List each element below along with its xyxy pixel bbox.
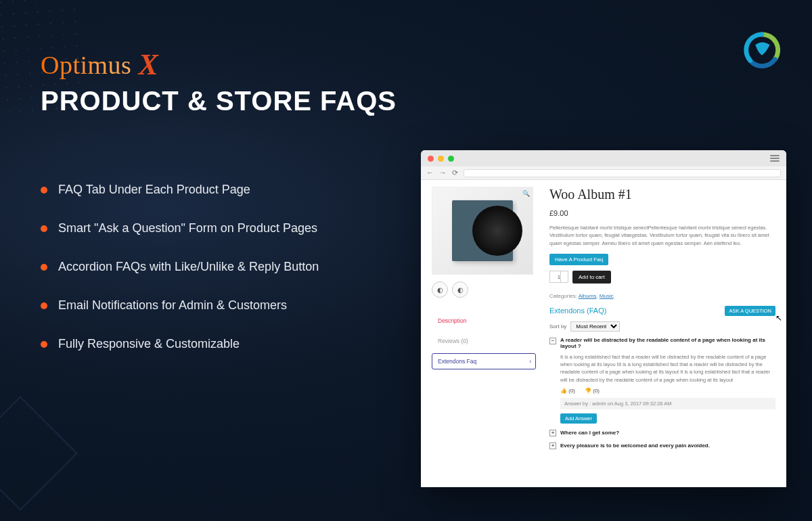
feature-item: Email Notifications for Admin & Customer… (41, 298, 406, 313)
brand-name: Optimus (41, 50, 131, 80)
decorative-diamond (0, 396, 78, 511)
header: Optimus X PRODUCT & STORE FAQS (41, 47, 397, 116)
tab-extendons-faq[interactable]: Extendons Faq (432, 353, 536, 369)
thumbnail[interactable]: ◐ (452, 281, 468, 298)
category-link[interactable]: Music (600, 293, 614, 299)
faq-question-row[interactable]: − A reader will be distracted by the rea… (549, 337, 775, 349)
category-link[interactable]: Albums (579, 293, 597, 299)
feature-list: FAQ Tab Under Each Product Page Smart "A… (41, 183, 406, 376)
faq-question: Every pleasure is to be welcomed and eve… (560, 443, 710, 449)
window-titlebar (421, 150, 786, 166)
feature-text: Accordion FAQs with Like/Unlike & Reply … (58, 260, 319, 274)
address-bar[interactable] (464, 169, 781, 177)
bullet-icon (41, 302, 47, 309)
menu-icon[interactable] (770, 155, 780, 162)
product-price: £9.00 (549, 209, 775, 217)
close-icon[interactable] (428, 156, 434, 162)
like-button[interactable]: 👍 (0) (560, 388, 575, 394)
cursor-icon: ↖ (775, 313, 782, 323)
quantity-stepper[interactable]: 1 (549, 271, 568, 283)
forward-icon[interactable]: → (439, 169, 447, 177)
dislike-count: (0) (593, 388, 600, 394)
company-badge-icon (742, 30, 782, 70)
faq-item-expanded: − A reader will be distracted by the rea… (549, 337, 775, 424)
have-faq-button[interactable]: Have A Product Faq (549, 254, 608, 265)
product-left-column: 🔍 ◐ ◐ Description Reviews (0) Extendons … (421, 180, 543, 487)
brand-suffix: X (138, 47, 158, 82)
cart-row: 1 Add to cart (549, 271, 775, 284)
reload-icon[interactable]: ⟳ (452, 169, 458, 177)
back-icon[interactable]: ← (426, 169, 434, 177)
product-title: Woo Album #1 (549, 187, 775, 202)
faq-item-collapsed[interactable]: + Where can I get some? (549, 429, 775, 436)
feature-text: Smart "Ask a Question" Form on Product P… (58, 221, 317, 235)
page-title: PRODUCT & STORE FAQS (41, 86, 397, 116)
zoom-icon[interactable]: 🔍 (522, 190, 530, 197)
add-answer-button[interactable]: Add Answer (560, 413, 597, 424)
maximize-icon[interactable] (448, 156, 454, 162)
expand-icon[interactable]: + (549, 430, 556, 436)
tab-description[interactable]: Description (432, 313, 536, 329)
feature-item: Fully Responsive & Customizable (41, 337, 406, 351)
faq-question: A reader will be distracted by the reada… (560, 337, 775, 349)
sort-select[interactable]: Most Recent (570, 321, 620, 332)
feature-item: Accordion FAQs with Like/Unlike & Reply … (41, 260, 406, 274)
album-artwork (452, 200, 513, 261)
feature-item: FAQ Tab Under Each Product Page (41, 183, 406, 197)
thumbnail-row: ◐ ◐ (432, 281, 536, 298)
ask-question-button[interactable]: ASK A QUESTION ↖ (725, 306, 775, 316)
faq-heading: Extendons (FAQ) (549, 307, 606, 315)
faq-answer: It is a long established fact that a rea… (560, 353, 775, 384)
browser-preview: ← → ⟳ 🔍 ◐ ◐ Description Reviews (0) Exte… (421, 150, 786, 487)
expand-icon[interactable]: + (549, 443, 556, 449)
page-content: 🔍 ◐ ◐ Description Reviews (0) Extendons … (421, 180, 786, 487)
bullet-icon (41, 264, 47, 271)
collapse-icon[interactable]: − (549, 338, 556, 344)
ask-question-label: ASK A QUESTION (729, 308, 771, 314)
minimize-icon[interactable] (438, 156, 444, 162)
faq-item-collapsed[interactable]: + Every pleasure is to be welcomed and e… (549, 442, 775, 449)
faq-heading-row: Extendons (FAQ) ASK A QUESTION ↖ (549, 306, 775, 316)
tab-reviews[interactable]: Reviews (0) (432, 333, 536, 349)
dislike-button[interactable]: 👎 (0) (585, 388, 600, 394)
like-count: (0) (568, 388, 575, 394)
sort-label: Sort by (549, 323, 566, 330)
product-right-column: Woo Album #1 £9.00 Pellentesque habitant… (543, 180, 786, 487)
add-to-cart-button[interactable]: Add to cart (572, 271, 611, 284)
traffic-lights (428, 156, 454, 162)
answer-meta: Answer by : admin on Aug 3, 2017 09:32:2… (560, 398, 775, 409)
feature-text: FAQ Tab Under Each Product Page (58, 183, 250, 197)
bullet-icon (41, 225, 47, 232)
bullet-icon (41, 187, 47, 194)
faq-question: Where can I get some? (560, 430, 619, 436)
feature-item: Smart "Ask a Question" Form on Product P… (41, 221, 406, 235)
feature-text: Email Notifications for Admin & Customer… (58, 298, 287, 313)
categories: Categories: Albums, Music (549, 293, 775, 299)
thumbnail[interactable]: ◐ (432, 281, 448, 298)
sort-row: Sort by Most Recent (549, 321, 775, 332)
feature-text: Fully Responsive & Customizable (58, 337, 240, 351)
bullet-icon (41, 341, 47, 348)
brand-logo: Optimus X (41, 47, 397, 82)
product-tabs: Description Reviews (0) Extendons Faq (432, 313, 536, 369)
vote-row: 👍 (0) 👎 (0) (560, 388, 775, 394)
browser-toolbar: ← → ⟳ (421, 166, 786, 180)
categories-label: Categories: (549, 293, 577, 299)
product-image[interactable]: 🔍 (432, 187, 533, 275)
product-description: Pellentesque habitant morbi tristique se… (549, 224, 775, 247)
